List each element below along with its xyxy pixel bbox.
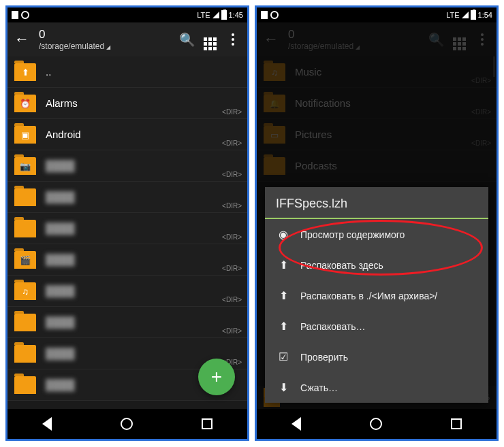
menu-item-label: Проверить bbox=[300, 352, 348, 363]
folder-row[interactable]: 📷████<DIR> bbox=[7, 150, 247, 182]
path-title: 0 bbox=[39, 28, 171, 42]
nav-home-button[interactable] bbox=[370, 418, 382, 430]
dir-tag: <DIR> bbox=[222, 296, 242, 303]
folder-name: ████ bbox=[46, 348, 240, 359]
folder-row[interactable]: 🎬████<DIR> bbox=[7, 244, 247, 276]
folder-row[interactable]: ▣Android<DIR> bbox=[7, 119, 247, 150]
folder-icon bbox=[14, 376, 36, 394]
context-menu: IFFSpecs.lzh ◉Просмотр содержимого⬆Распа… bbox=[265, 187, 488, 403]
grid-view-icon[interactable] bbox=[202, 29, 217, 50]
menu-item[interactable]: ⬆Распаковать… bbox=[265, 311, 488, 342]
nav-back-button[interactable] bbox=[42, 417, 52, 431]
folder-icon: ♫ bbox=[14, 282, 36, 300]
folder-row[interactable]: ♫████<DIR> bbox=[7, 276, 247, 307]
phone-left: LTE 1:45 ← 0 /storage/emulated 🔍 ⬆..⏰Ala… bbox=[5, 5, 249, 441]
menu-item-label: Просмотр содержимого bbox=[300, 229, 405, 240]
dir-tag: <DIR> bbox=[222, 202, 242, 210]
folder-row[interactable]: ████<DIR> bbox=[7, 213, 247, 244]
dir-tag: <DIR> bbox=[222, 233, 242, 241]
menu-item-label: Сжать… bbox=[300, 382, 338, 393]
menu-item-icon: ☑ bbox=[276, 350, 291, 363]
fab-add-button[interactable]: + bbox=[198, 359, 235, 395]
folder-icon: ⏰ bbox=[14, 95, 36, 112]
folder-icon bbox=[14, 345, 36, 363]
menu-item[interactable]: ⬇Сжать… bbox=[265, 372, 488, 403]
path-block[interactable]: 0 /storage/emulated bbox=[39, 28, 171, 51]
menu-item-icon: ⬆ bbox=[276, 320, 291, 333]
dir-tag: <DIR> bbox=[222, 327, 242, 335]
clock-label: 1:54 bbox=[478, 11, 492, 19]
app-bar: ← 0 /storage/emulated 🔍 bbox=[7, 22, 247, 56]
folder-name: ████ bbox=[46, 191, 240, 203]
menu-item[interactable]: ⬆Распаковать здесь bbox=[265, 250, 488, 280]
battery-icon bbox=[221, 10, 227, 20]
nav-bar bbox=[7, 409, 247, 439]
nav-recent-button[interactable] bbox=[202, 418, 212, 429]
folder-icon bbox=[14, 188, 36, 206]
folder-row[interactable]: ████<DIR> bbox=[7, 182, 247, 213]
folder-name: ████ bbox=[46, 160, 240, 171]
folder-icon bbox=[14, 314, 36, 331]
folder-name: .. bbox=[46, 66, 240, 78]
nav-recent-button[interactable] bbox=[451, 418, 462, 429]
dir-tag: <DIR> bbox=[222, 108, 242, 116]
folder-row[interactable]: ⏰Alarms<DIR> bbox=[7, 88, 247, 119]
search-icon[interactable]: 🔍 bbox=[179, 32, 194, 48]
dir-tag: <DIR> bbox=[222, 139, 242, 147]
lte-label: LTE bbox=[446, 11, 459, 19]
menu-item[interactable]: ⬆Распаковать в ./<Имя архива>/ bbox=[265, 280, 488, 311]
signal-icon bbox=[462, 12, 469, 18]
folder-row[interactable]: ████<DIR> bbox=[7, 307, 247, 338]
menu-item-icon: ⬇ bbox=[276, 381, 291, 394]
folder-name: ████ bbox=[46, 316, 240, 328]
overflow-menu-icon[interactable] bbox=[225, 33, 240, 46]
sd-icon bbox=[261, 11, 268, 19]
folder-name: Android bbox=[46, 129, 240, 140]
folder-icon: 📷 bbox=[14, 157, 36, 175]
dir-tag: <DIR> bbox=[222, 265, 242, 272]
circle-icon bbox=[21, 11, 29, 19]
menu-item-label: Распаковать в ./<Имя архива>/ bbox=[300, 291, 437, 301]
folder-name: ████ bbox=[46, 254, 240, 265]
menu-item[interactable]: ☑Проверить bbox=[265, 342, 488, 372]
nav-bar bbox=[257, 409, 497, 439]
menu-item-icon: ⬆ bbox=[276, 259, 291, 271]
menu-item-label: Распаковать здесь bbox=[300, 260, 383, 271]
folder-name: ████ bbox=[46, 285, 240, 297]
menu-item-icon: ◉ bbox=[276, 228, 291, 241]
battery-icon bbox=[471, 10, 476, 20]
dir-tag: <DIR> bbox=[222, 171, 242, 178]
signal-icon bbox=[212, 12, 219, 18]
nav-back-button[interactable] bbox=[292, 417, 301, 431]
sd-icon bbox=[12, 11, 18, 19]
folder-name: ████ bbox=[46, 222, 240, 234]
phone-right: LTE 1:54 ← 0 /storage/emulated 🔍 ♫Music<… bbox=[255, 5, 499, 441]
folder-row[interactable]: ⬆.. bbox=[7, 56, 247, 88]
circle-icon bbox=[270, 11, 279, 19]
folder-icon: ⬆ bbox=[14, 63, 36, 81]
status-bar: LTE 1:54 bbox=[257, 7, 497, 22]
folder-icon: ▣ bbox=[14, 126, 36, 144]
clock-label: 1:45 bbox=[229, 11, 243, 19]
menu-item-icon: ⬆ bbox=[276, 289, 291, 302]
back-button[interactable]: ← bbox=[14, 31, 29, 48]
status-bar: LTE 1:45 bbox=[7, 7, 247, 22]
path-sub: /storage/emulated bbox=[39, 42, 171, 51]
file-list[interactable]: ⬆..⏰Alarms<DIR>▣Android<DIR>📷████<DIR>██… bbox=[7, 56, 247, 401]
menu-title: IFFSpecs.lzh bbox=[265, 187, 488, 219]
menu-item[interactable]: ◉Просмотр содержимого bbox=[265, 219, 488, 250]
menu-item-label: Распаковать… bbox=[300, 321, 366, 332]
lte-label: LTE bbox=[197, 11, 210, 19]
nav-home-button[interactable] bbox=[121, 418, 133, 430]
folder-name: Alarms bbox=[46, 97, 240, 109]
folder-icon: 🎬 bbox=[14, 251, 36, 269]
folder-icon bbox=[14, 220, 36, 237]
